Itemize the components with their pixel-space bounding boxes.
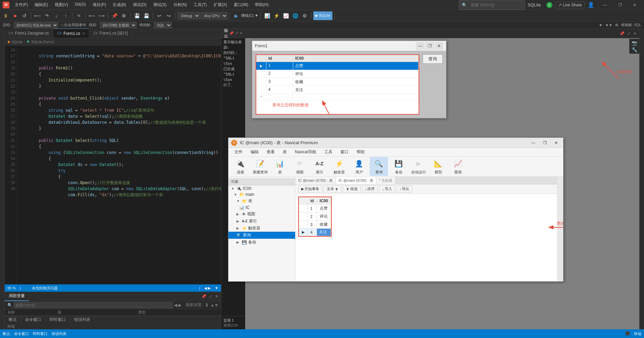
pin-icon[interactable]: 📌 (201, 294, 206, 299)
nav-menu-tools[interactable]: 工具 (321, 149, 336, 156)
navicat-close-btn[interactable]: ✕ (552, 139, 560, 147)
nav-menu-file[interactable]: 文件 (231, 149, 246, 156)
tree-backups[interactable]: ▶ 💾 备份 (228, 239, 295, 246)
text-btn[interactable]: 文本 ▼ (324, 185, 341, 192)
tab-form1-design[interactable]: C# Form1.cs [设计] (89, 29, 132, 38)
nav-menu-view[interactable]: 查看 (263, 149, 278, 156)
nav-tool-model[interactable]: 📐 模型 (429, 157, 447, 176)
menu-edit[interactable]: 编辑(E) (31, 1, 51, 9)
form1-close-btn[interactable]: ✕ (435, 42, 443, 50)
tree-main[interactable]: ▼ 📁 main (228, 191, 295, 198)
debug-mode-select[interactable]: Debug (177, 12, 200, 19)
data-row-1[interactable]: 1 点赞 (299, 205, 331, 213)
thread-select[interactable]: [0x7298] 主线程 (100, 22, 137, 28)
pin-output-icon[interactable]: 📌 (229, 31, 234, 36)
nav-tool-autorun[interactable]: ▶ 自动运行 (409, 157, 428, 176)
maximize-right-icon[interactable]: ⤢ (627, 31, 631, 36)
stack-select[interactable]: SQL (154, 22, 172, 28)
minimize-button[interactable]: — (598, 0, 612, 10)
nav-tool-query[interactable]: 🔍 查询 (370, 157, 388, 176)
nav-menu-table[interactable]: 表 (279, 149, 290, 156)
navicat-tab2[interactable]: IC @main (IC00) - 表 (336, 177, 376, 184)
global-search-input[interactable] (468, 1, 522, 9)
depth-nav[interactable]: ▲▼ (210, 303, 218, 307)
step-out-button[interactable]: ↑ (61, 11, 70, 20)
nav-menu-navicat[interactable]: Navicat导航 (291, 149, 320, 156)
grid-row-2[interactable]: 2 评论 (256, 70, 419, 78)
search-output-label[interactable]: 搜索(Ctrl (223, 323, 243, 328)
data-row-4[interactable]: ▶ 4 关注 (299, 229, 331, 236)
hexdecimal-button[interactable]: ⅓ (74, 11, 83, 20)
status-immediate[interactable]: 即时窗口 (33, 331, 48, 336)
menu-git[interactable]: Git(G) (71, 1, 89, 9)
nav-tool-chart[interactable]: 📈 图表 (449, 157, 467, 176)
pin-right-icon[interactable]: 📌 (620, 31, 625, 36)
tab-close-form1[interactable]: ✕ (82, 32, 85, 35)
nav-prev[interactable]: ◀ (174, 303, 177, 307)
nav-arrows[interactable]: ◀ ▶ (204, 286, 211, 290)
nav-tool-index[interactable]: A-Z 索引 (310, 157, 329, 176)
options-icon[interactable]: ⚙ (119, 11, 128, 20)
start-debug-btn[interactable]: ▶ SQLite (313, 11, 332, 20)
grid-row-4[interactable]: 4 关注 (256, 86, 419, 94)
right-tool-icon2[interactable]: 🔧 (632, 47, 637, 52)
redo-button[interactable]: ↪ (164, 11, 173, 20)
menu-view[interactable]: 视图(V) (51, 1, 71, 9)
th-id[interactable]: id (308, 198, 317, 205)
mem-btn[interactable]: 📈 (281, 11, 290, 20)
menu-file[interactable]: 文件(F) (11, 1, 31, 9)
status-command[interactable]: 命令窗口 (14, 331, 29, 336)
navicat-restore-btn[interactable]: ❐ (540, 139, 549, 147)
restore-button[interactable]: ❐ (613, 0, 627, 10)
pause-button[interactable]: ⏸ (1, 11, 10, 20)
query-button[interactable]: 查询 (423, 54, 443, 64)
tree-ic00[interactable]: ▼ 🔌 IC00 (228, 185, 295, 191)
tab-form1-designer[interactable]: C# Form1.Designer.cs (5, 29, 53, 38)
menu-extend[interactable]: 扩展(X) (210, 1, 230, 9)
restart-button[interactable]: ↺ (20, 11, 29, 20)
net-btn[interactable]: 🌐 (291, 11, 300, 20)
tree-ic-table[interactable]: 📊 IC (228, 205, 295, 211)
nav-tool-user[interactable]: 👤 用户 (350, 157, 368, 176)
save-all-icon[interactable]: 💾 (142, 11, 151, 20)
grid-row-new[interactable]: * (256, 94, 419, 100)
tree-tables[interactable]: ▼ 📁 表 (228, 198, 295, 205)
expand-icon[interactable]: ⊞ (615, 23, 618, 27)
navigate-back[interactable]: ⟵ (88, 11, 96, 20)
nav-next[interactable]: ▶ (178, 303, 181, 307)
navicat-minimize-btn[interactable]: — (529, 139, 538, 147)
sort-btn[interactable]: ↕ 排序 (362, 185, 378, 192)
undo-button[interactable]: ↩ (155, 11, 164, 20)
nav-tool-backup[interactable]: 💾 备份 (389, 157, 408, 176)
perf-btn[interactable]: ⚡ (272, 11, 281, 20)
maximize-icon[interactable]: ⤢ (209, 294, 212, 299)
watch-label[interactable]: 监视 1 (223, 318, 243, 323)
menu-project[interactable]: 项目(P) (89, 1, 109, 9)
cpu-btn[interactable]: ⚙ (300, 11, 309, 20)
filter-btn[interactable]: ▼ 筛选 (343, 185, 361, 192)
menu-build[interactable]: 生成(B) (109, 1, 129, 9)
close-output-icon[interactable]: ✕ (239, 31, 243, 36)
menu-help[interactable]: 帮助(H) (252, 1, 272, 9)
grid-row-3[interactable]: 3 收藏 (256, 78, 419, 86)
import-btn[interactable]: ↓ 导入 (379, 185, 395, 192)
terminal-icon[interactable]: ⬛ (625, 331, 630, 336)
menu-analyze[interactable]: 分析(N) (170, 1, 191, 9)
process-select[interactable]: [0x601C] SQLite.exe (14, 22, 58, 28)
form1-restore-btn[interactable]: ❐ (425, 42, 434, 50)
tree-indexes[interactable]: ▶ A-Z 索引 (228, 218, 295, 225)
watch-search-input[interactable] (14, 302, 173, 308)
filter-icon2[interactable]: ▼▼ (605, 23, 612, 27)
filter-icon[interactable]: ▼ (599, 23, 602, 27)
tab-form1-cs[interactable]: C# Form1.cs ✕ (53, 29, 90, 38)
nav-menu-edit[interactable]: 编辑 (247, 149, 262, 156)
menu-tools[interactable]: 工具(T) (190, 1, 210, 9)
step-into-button[interactable]: ↓ (52, 11, 61, 20)
navigate-forward[interactable]: ⟶ (97, 11, 106, 20)
step-over-button[interactable]: ↷ (43, 11, 51, 20)
nav-menu-help[interactable]: 帮助 (353, 149, 368, 156)
close-button[interactable]: ✕ (628, 0, 641, 10)
save-icon[interactable]: 💾 (132, 11, 141, 20)
output-tab-active[interactable]: 输出 (224, 28, 229, 39)
data-row-3[interactable]: 3 收藏 (299, 221, 331, 229)
